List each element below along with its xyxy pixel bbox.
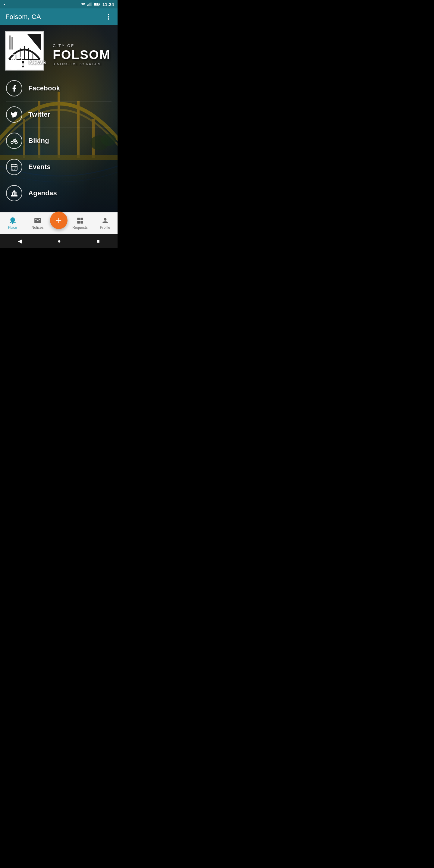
facebook-icon-circle xyxy=(6,80,22,96)
svg-rect-42 xyxy=(14,169,14,170)
add-button[interactable] xyxy=(50,212,67,229)
place-icon xyxy=(9,217,17,224)
nav-item-profile[interactable]: Profile xyxy=(93,217,118,230)
news-icon xyxy=(10,58,18,66)
status-right: 11:24 xyxy=(81,2,114,7)
svg-rect-1 xyxy=(88,4,89,6)
svg-rect-51 xyxy=(77,218,80,220)
menu-item-twitter[interactable]: Twitter xyxy=(6,101,112,128)
android-nav-bar: ◀ ● ■ xyxy=(0,234,118,248)
place-label: Place xyxy=(8,225,17,230)
svg-rect-38 xyxy=(13,167,13,168)
svg-rect-27 xyxy=(9,36,11,50)
battery-icon xyxy=(94,2,100,6)
news-label: News xyxy=(28,58,46,66)
status-left: ▪ xyxy=(4,2,5,7)
svg-rect-0 xyxy=(87,5,88,6)
twitter-icon-circle xyxy=(6,106,22,123)
app-bar-title: Folsom, CA xyxy=(5,13,41,21)
svg-rect-52 xyxy=(81,218,83,220)
svg-rect-54 xyxy=(81,221,83,224)
svg-point-49 xyxy=(12,223,13,224)
signal-icon xyxy=(87,2,92,6)
svg-point-32 xyxy=(11,141,13,144)
nav-item-notices[interactable]: Notices xyxy=(25,217,50,230)
events-icon xyxy=(10,163,18,171)
biking-label: Biking xyxy=(28,137,49,145)
menu-item-news[interactable]: News xyxy=(6,49,112,75)
hero-section: CITY OF FOLSOM DISTINCTIVE BY NATURE New… xyxy=(0,25,118,212)
svg-rect-44 xyxy=(12,193,13,195)
svg-rect-45 xyxy=(13,193,14,195)
requests-label: Requests xyxy=(72,225,88,230)
wifi-icon xyxy=(81,2,86,6)
menu-item-agendas[interactable]: Agendas xyxy=(6,180,112,206)
app-bar: Folsom, CA ⋮ xyxy=(0,8,118,25)
biking-icon-circle xyxy=(6,133,22,149)
svg-rect-28 xyxy=(11,37,13,50)
svg-point-50 xyxy=(14,222,16,223)
requests-icon xyxy=(76,217,84,224)
svg-point-33 xyxy=(15,141,18,144)
svg-rect-47 xyxy=(13,190,15,190)
svg-rect-41 xyxy=(13,169,13,170)
menu-item-events[interactable]: Events xyxy=(6,154,112,180)
menu-item-biking[interactable]: Biking xyxy=(6,128,112,154)
svg-rect-46 xyxy=(16,193,16,195)
svg-point-55 xyxy=(104,218,106,221)
svg-point-48 xyxy=(10,222,11,223)
svg-rect-6 xyxy=(99,4,100,4)
more-vert-icon[interactable]: ⋮ xyxy=(105,13,112,21)
profile-label: Profile xyxy=(100,225,110,230)
nav-item-requests[interactable]: Requests xyxy=(67,217,93,230)
svg-rect-40 xyxy=(15,167,16,168)
svg-rect-2 xyxy=(90,3,90,6)
svg-rect-4 xyxy=(92,5,92,6)
events-icon-circle xyxy=(6,159,22,175)
back-button[interactable]: ◀ xyxy=(12,236,28,247)
add-icon xyxy=(55,216,63,224)
menu-list: News Facebook Twitter xyxy=(0,49,118,212)
home-button[interactable]: ● xyxy=(52,236,67,247)
svg-rect-30 xyxy=(13,59,14,65)
facebook-icon xyxy=(10,84,18,92)
bottom-nav: Place Notices Requests Profile xyxy=(0,212,118,234)
svg-rect-43 xyxy=(11,195,18,196)
city-of-label: CITY OF xyxy=(53,43,111,48)
nav-item-place[interactable]: Place xyxy=(0,217,25,230)
svg-rect-3 xyxy=(90,2,91,6)
news-icon-circle xyxy=(6,54,22,70)
time-display: 11:24 xyxy=(102,2,114,7)
sim-icon: ▪ xyxy=(4,2,5,7)
notices-label: Notices xyxy=(31,225,43,230)
biking-icon xyxy=(10,137,18,145)
twitter-icon xyxy=(10,111,18,119)
facebook-label: Facebook xyxy=(28,84,60,92)
svg-rect-31 xyxy=(15,59,16,65)
notices-icon xyxy=(34,217,41,224)
svg-rect-53 xyxy=(77,221,80,224)
twitter-label: Twitter xyxy=(28,111,50,119)
svg-rect-29 xyxy=(11,59,12,65)
events-label: Events xyxy=(28,163,51,171)
status-bar: ▪ 11:24 xyxy=(0,0,118,8)
menu-item-facebook[interactable]: Facebook xyxy=(6,75,112,101)
agendas-label: Agendas xyxy=(28,189,57,197)
svg-rect-39 xyxy=(14,167,14,168)
profile-icon xyxy=(101,217,109,224)
agendas-icon xyxy=(10,189,18,197)
agendas-icon-circle xyxy=(6,185,22,201)
recents-button[interactable]: ■ xyxy=(90,236,106,247)
